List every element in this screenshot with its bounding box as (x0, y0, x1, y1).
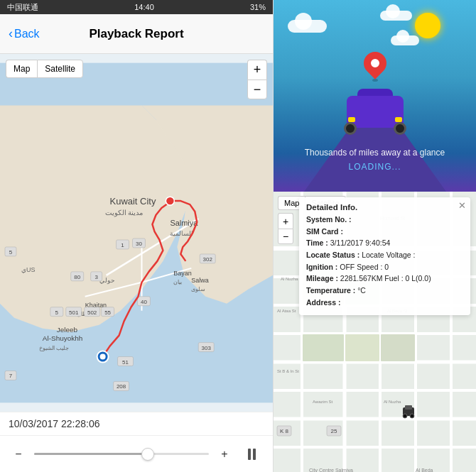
car-body (347, 96, 404, 128)
back-chevron-icon: ‹ (9, 26, 13, 41)
time-row: Time : 3/11/2017 9:40:54 (306, 238, 463, 248)
sim-card-label: SIM Card : (306, 227, 343, 236)
svg-text:مدينة الكويت: مدينة الكويت (105, 209, 144, 217)
svg-text:Salwa: Salwa (191, 277, 208, 284)
sim-card-row: SIM Card : (306, 226, 463, 237)
svg-text:303: 303 (202, 345, 212, 351)
system-no-row: System No. : (306, 214, 463, 225)
page-title: Playback Report (89, 27, 183, 41)
temperature-row: Temperature : °C (306, 285, 463, 296)
mileage-value: 2281.567KM Fuel : 0 L(0.0) (340, 274, 431, 282)
time: 14:40 (134, 3, 154, 11)
svg-text:Al Ataa St: Al Ataa St (277, 309, 296, 313)
zoom-controls: + − (247, 60, 267, 99)
detail-info-card: ✕ Detailed Info. System No. : SIM Card :… (299, 197, 470, 315)
zoom-out-button[interactable]: − (247, 79, 267, 99)
svg-rect-91 (405, 405, 412, 410)
pin-inner (369, 57, 381, 70)
svg-text:St B & In St: St B & In St (277, 369, 299, 373)
back-label: Back (14, 28, 40, 40)
mileage-row: Mileage : 2281.567KM Fuel : 0 L(0.0) (306, 273, 463, 284)
svg-text:3: 3 (94, 274, 98, 280)
svg-text:بيان: بيان (173, 279, 182, 285)
back-button[interactable]: ‹ Back (9, 26, 40, 41)
svg-text:30: 30 (136, 241, 142, 247)
svg-text:Al-Shuyokhh: Al-Shuyokhh (43, 334, 83, 342)
svg-text:208: 208 (117, 383, 126, 390)
time-value: 3/11/2017 9:40:54 (330, 238, 391, 247)
svg-text:K 8: K 8 (280, 428, 289, 434)
svg-text:City Centre Salmiya: City Centre Salmiya (309, 468, 353, 472)
svg-text:7: 7 (9, 373, 13, 379)
svg-text:501: 501 (69, 309, 79, 316)
zoom-in-button[interactable]: + (247, 60, 267, 79)
cloud-3-icon (380, 11, 412, 21)
map-svg: Kuwait City مدينة الكويت Salmiya السالمي… (0, 54, 273, 412)
ignition-value: OFF Speed : 0 (340, 263, 389, 271)
svg-point-54 (166, 197, 174, 205)
svg-text:1: 1 (121, 242, 124, 248)
svg-text:502: 502 (87, 309, 97, 316)
detail-zoom-controls: + − (278, 213, 293, 244)
svg-text:Jeleeb: Jeleeb (57, 326, 78, 334)
svg-text:51: 51 (122, 359, 129, 366)
pause-bar-right (253, 449, 256, 460)
minus-button[interactable]: − (10, 446, 27, 463)
progress-fill (34, 453, 148, 455)
pause-bar-left (248, 449, 251, 460)
system-no-label: System No. : (306, 215, 352, 224)
svg-text:40: 40 (141, 299, 147, 305)
progress-track[interactable] (34, 453, 209, 455)
pause-button[interactable] (240, 443, 263, 466)
detail-zoom-out-button[interactable]: − (278, 229, 293, 244)
loading-indicator: LOADING... (274, 162, 476, 172)
svg-text:Salmiya: Salmiya (170, 219, 198, 227)
address-label: Address : (306, 298, 340, 307)
pause-icon (248, 449, 256, 460)
carrier: 中国联通 (7, 2, 38, 13)
svg-text:55: 55 (104, 309, 111, 316)
status-bar: 中国联通 14:40 31% (0, 0, 273, 14)
svg-rect-75 (381, 334, 415, 361)
sun-icon (415, 13, 440, 38)
map-container[interactable]: Map Satellite + − Kuwait City مدينة الكو… (0, 54, 273, 412)
pin-circle (359, 47, 391, 79)
location-pin-icon (364, 52, 386, 82)
detail-zoom-in-button[interactable]: + (278, 213, 293, 229)
detail-area[interactable]: Al Hamra Bin Masoud St Homoud St Al Nuzh… (274, 192, 476, 472)
svg-text:302: 302 (203, 256, 213, 263)
svg-text:Bayan: Bayan (173, 270, 191, 277)
ignition-row: Ignition : OFF Speed : 0 (306, 262, 463, 273)
svg-text:Al Beda: Al Beda (416, 468, 433, 472)
svg-text:جليب الشيوخ: جليب الشيوخ (39, 345, 69, 351)
close-button[interactable]: ✕ (458, 200, 466, 211)
svg-text:80: 80 (74, 274, 80, 280)
locate-status-value: Locate Voltage : (362, 251, 415, 259)
progress-thumb[interactable] (141, 448, 154, 461)
right-panel: Thousands of miles away at a glance LOAD… (274, 0, 476, 472)
svg-text:Kuwait City: Kuwait City (110, 196, 156, 207)
temperature-value: °C (357, 286, 366, 295)
svg-text:Al Nuzha: Al Nuzha (384, 400, 401, 404)
svg-text:Al Nuzha: Al Nuzha (281, 277, 298, 281)
map-type-satellite-button[interactable]: Satellite (37, 60, 83, 78)
car-headlight-right-icon (395, 117, 402, 122)
cloud-2-icon (391, 35, 419, 45)
svg-text:Awazim St: Awazim St (313, 400, 333, 404)
left-panel: 中国联通 14:40 31% ‹ Back Playback Report Ma… (0, 0, 274, 472)
map-type-map-button[interactable]: Map (6, 60, 37, 78)
svg-text:25: 25 (331, 428, 337, 434)
map-type-controls: Map Satellite (6, 60, 83, 78)
svg-point-93 (410, 414, 414, 418)
plus-button[interactable]: + (216, 446, 233, 463)
car-wheel-right-icon (394, 122, 406, 135)
detail-info-title: Detailed Info. (306, 203, 463, 212)
locate-status-row: Locate Status : Locate Voltage : (306, 250, 463, 260)
svg-text:سلوى: سلوى (191, 286, 205, 292)
ignition-label: Ignition : (306, 263, 337, 271)
car-headlight-left-icon (348, 117, 355, 122)
timestamp: 10/03/2017 22:28:06 (0, 412, 273, 435)
battery: 31% (250, 3, 266, 11)
playback-controls: − + (0, 435, 273, 472)
svg-point-92 (403, 414, 407, 418)
